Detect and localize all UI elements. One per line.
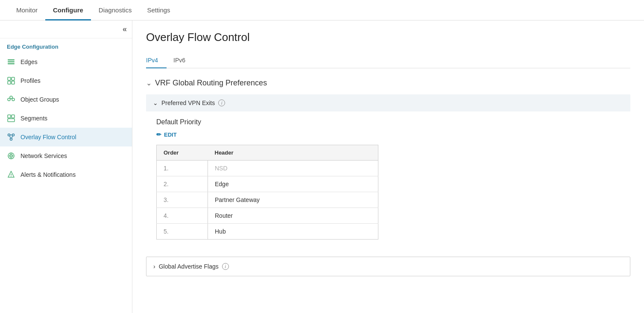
header-cell: Hub: [208, 224, 378, 240]
sidebar: « Edge Configuration Edges: [0, 20, 132, 313]
collapse-icon[interactable]: «: [123, 25, 127, 34]
profiles-icon: [7, 76, 15, 85]
tab-ipv4[interactable]: IPv4: [146, 53, 167, 68]
sidebar-label-edges: Edges: [20, 59, 38, 65]
sidebar-item-object-groups[interactable]: Object Groups: [0, 90, 132, 109]
svg-rect-4: [12, 77, 15, 80]
main-layout: « Edge Configuration Edges: [0, 20, 644, 313]
expand-icon: ›: [153, 263, 155, 270]
order-cell: 2.: [157, 176, 208, 192]
order-cell: 4.: [157, 208, 208, 224]
section-header: ⌄ VRF Global Routing Preferences: [146, 79, 630, 88]
svg-line-18: [12, 136, 13, 138]
svg-rect-2: [8, 63, 15, 64]
svg-rect-10: [8, 115, 11, 118]
order-cell: 5.: [157, 224, 208, 240]
page-title: Overlay Flow Control: [146, 31, 630, 44]
sidebar-label-segments: Segments: [20, 115, 47, 122]
top-nav: Monitor Configure Diagnostics Settings: [0, 0, 644, 20]
svg-point-14: [12, 134, 15, 136]
sidebar-section-label: Edge Configuration: [0, 38, 132, 53]
nav-configure[interactable]: Configure: [45, 0, 91, 20]
table-row: 5.Hub: [157, 224, 378, 240]
sidebar-label-profiles: Profiles: [20, 77, 41, 84]
edit-pencil-icon: ✏: [156, 131, 161, 138]
header-cell: Partner Gateway: [208, 192, 378, 208]
network-services-icon: [7, 152, 15, 160]
sidebar-item-alerts-notifications[interactable]: Alerts & Notifications: [0, 165, 132, 184]
svg-rect-6: [12, 81, 15, 84]
panel-body: Default Priority ✏ EDIT Order Header 1.N…: [146, 111, 630, 250]
panel-title: Preferred VPN Exits: [161, 99, 215, 106]
sidebar-label-network-services: Network Services: [20, 152, 67, 159]
col-header: Header: [208, 145, 378, 161]
table-row: 2.Edge: [157, 176, 378, 192]
sidebar-item-network-services[interactable]: Network Services: [0, 146, 132, 165]
tab-bar: IPv4 IPv6: [146, 53, 630, 68]
svg-rect-5: [8, 81, 11, 84]
edit-button[interactable]: ✏ EDIT: [156, 131, 620, 138]
table-row: 4.Router: [157, 208, 378, 224]
svg-point-8: [12, 98, 15, 101]
sub-section-title: Default Priority: [156, 118, 620, 126]
content-area: Overlay Flow Control IPv4 IPv6 ⌄ VRF Glo…: [132, 20, 644, 313]
svg-rect-3: [8, 77, 11, 80]
nav-monitor[interactable]: Monitor: [9, 0, 45, 20]
sidebar-item-segments[interactable]: Segments: [0, 109, 132, 128]
svg-rect-11: [12, 115, 15, 118]
order-cell: 3.: [157, 192, 208, 208]
header-cell: Edge: [208, 176, 378, 192]
overlay-icon: [7, 133, 15, 141]
sidebar-item-profiles[interactable]: Profiles: [0, 71, 132, 90]
table-row: 1.NSD: [157, 161, 378, 176]
nav-settings[interactable]: Settings: [139, 0, 178, 20]
order-cell: 1.: [157, 161, 208, 176]
svg-rect-12: [8, 119, 15, 122]
alerts-icon: [7, 170, 15, 179]
svg-point-13: [8, 134, 10, 136]
table-row: 3.Partner Gateway: [157, 192, 378, 208]
section-title: VRF Global Routing Preferences: [155, 79, 267, 88]
svg-point-7: [8, 98, 10, 101]
tab-ipv6[interactable]: IPv6: [173, 53, 194, 68]
nav-diagnostics[interactable]: Diagnostics: [91, 0, 140, 20]
panel-chevron-icon: ⌄: [153, 99, 158, 106]
sidebar-item-edges[interactable]: Edges: [0, 53, 132, 71]
priority-table: Order Header 1.NSD2.Edge3.Partner Gatewa…: [156, 145, 378, 240]
svg-point-9: [10, 96, 12, 99]
segments-icon: [7, 114, 15, 123]
svg-rect-0: [8, 59, 15, 61]
edges-icon: [7, 58, 15, 66]
edit-label: EDIT: [164, 132, 177, 138]
sidebar-item-overlay-flow-control[interactable]: Overlay Flow Control: [0, 128, 132, 146]
info-icon: i: [218, 99, 225, 106]
header-cell: NSD: [208, 161, 378, 176]
preferred-vpn-exits-panel: ⌄ Preferred VPN Exits i Default Priority…: [146, 94, 630, 250]
object-groups-icon: [7, 95, 15, 104]
header-cell: Router: [208, 208, 378, 224]
global-flags-info-icon: i: [222, 263, 229, 270]
svg-rect-1: [8, 61, 15, 63]
sidebar-label-overlay-flow-control: Overlay Flow Control: [20, 134, 76, 140]
svg-line-17: [10, 136, 11, 138]
chevron-down-icon[interactable]: ⌄: [146, 79, 152, 87]
collapsed-panel-title: Global Advertise Flags: [159, 263, 219, 270]
sidebar-label-object-groups: Object Groups: [20, 96, 59, 103]
sidebar-collapse-btn[interactable]: «: [0, 20, 132, 38]
svg-point-23: [11, 176, 12, 177]
col-order: Order: [157, 145, 208, 161]
sidebar-label-alerts-notifications: Alerts & Notifications: [20, 171, 76, 178]
svg-point-15: [10, 138, 12, 140]
global-advertise-flags-panel[interactable]: › Global Advertise Flags i: [146, 257, 630, 276]
panel-header[interactable]: ⌄ Preferred VPN Exits i: [146, 94, 630, 111]
